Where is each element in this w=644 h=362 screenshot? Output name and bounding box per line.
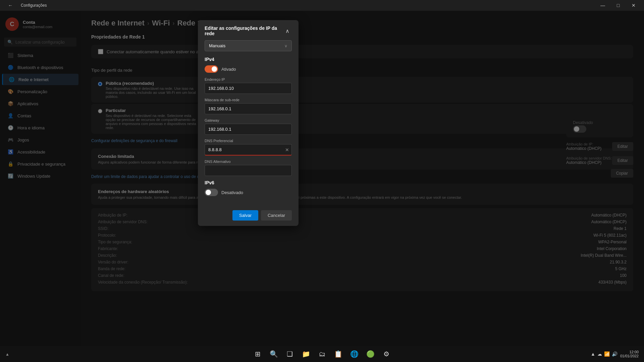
subnet-input[interactable] (205, 103, 292, 114)
taskbar-browser[interactable]: 🌐 (347, 347, 362, 361)
taskbar-center: ⊞ 🔍 ❑ 📁 🗂 📋 🌐 🟢 ⚙ (250, 347, 394, 361)
window-controls: — □ ✕ (595, 0, 641, 11)
save-button[interactable]: Salvar (232, 210, 258, 221)
clock-date: 01/01/2022 (620, 354, 639, 358)
taskbar-store[interactable]: 📋 (331, 347, 345, 361)
subnet-field: Máscara de sub-rede (205, 98, 292, 114)
dialog-title: Editar as configurações de IP da rede (205, 25, 283, 36)
dns-preferred-field: DNS Preferencial ✕ (205, 139, 292, 156)
taskbar-right: ▲ ☁ 📶 🔊 12:00 01/01/2022 (591, 350, 639, 358)
taskbar-cloud-icon[interactable]: ☁ (597, 351, 602, 357)
ipv4-toggle-label: Ativado (221, 67, 236, 72)
dns-preferred-input-wrapper: ✕ (205, 144, 292, 156)
dialog-header: Editar as configurações de IP da rede ∧ (198, 20, 299, 40)
dns-preferred-input[interactable] (205, 144, 292, 156)
ipv4-section: IPv4 Ativado Endereço IP Máscara de sub-… (205, 57, 292, 176)
clock-time: 12:00 (620, 350, 639, 354)
ipv4-title: IPv4 (205, 57, 292, 62)
ipv6-toggle-row: Desativado (205, 189, 292, 196)
dns-alternate-field: DNS Alternativo (205, 160, 292, 176)
taskbar: ▲ ⊞ 🔍 ❑ 📁 🗂 📋 🌐 🟢 ⚙ ▲ ☁ 📶 🔊 12:00 01/01/… (0, 346, 644, 362)
title-bar: ← Configurações — □ ✕ (0, 0, 644, 11)
taskbar-settings[interactable]: ⚙ (379, 347, 394, 361)
chevron-down-icon: ∨ (284, 44, 287, 48)
subnet-label: Máscara de sub-rede (205, 98, 292, 102)
ip-address-label: Endereço IP (205, 77, 292, 81)
taskbar-wifi-icon[interactable]: 📶 (604, 351, 610, 357)
task-view-button[interactable]: ❑ (282, 347, 297, 361)
dialog-overlay (0, 0, 644, 362)
ipv6-toggle[interactable] (205, 189, 218, 196)
window-title: Configurações (21, 3, 47, 8)
cancel-button[interactable]: Cancelar (261, 210, 292, 221)
back-button[interactable]: ← (3, 0, 18, 11)
dns-alternate-label: DNS Alternativo (205, 160, 292, 164)
dialog-footer: Salvar Cancelar (198, 206, 299, 226)
start-button[interactable]: ⊞ (250, 347, 265, 361)
taskbar-left: ▲ (5, 351, 9, 357)
ipv6-toggle-label: Desativado (221, 190, 243, 195)
gateway-label: Gateway (205, 118, 292, 122)
dns-preferred-clear-button[interactable]: ✕ (285, 147, 289, 153)
minimize-button[interactable]: — (595, 0, 610, 11)
taskbar-system-icons: ▲ ☁ 📶 🔊 (591, 351, 618, 357)
taskbar-files[interactable]: 🗂 (315, 347, 329, 361)
ip-address-input[interactable] (205, 83, 292, 94)
ipv4-toggle-row: Ativado (205, 65, 292, 73)
dialog-body: Manuais ∨ IPv4 Ativado Endereço IP Másca… (198, 40, 299, 206)
ip-mode-dropdown[interactable]: Manuais ∨ (205, 40, 292, 51)
close-button[interactable]: ✕ (626, 0, 641, 11)
taskbar-chevron[interactable]: ▲ (5, 352, 9, 357)
taskbar-explorer[interactable]: 📁 (299, 347, 313, 361)
title-bar-left: ← Configurações (3, 0, 47, 11)
dns-preferred-label: DNS Preferencial (205, 139, 292, 143)
gateway-field: Gateway (205, 118, 292, 135)
ip-mode-value: Manuais (209, 43, 225, 48)
dns-alternate-input[interactable] (205, 165, 292, 176)
ipv6-title: IPv6 (205, 180, 292, 185)
maximize-button[interactable]: □ (610, 0, 626, 11)
taskbar-teams[interactable]: 🟢 (363, 347, 378, 361)
taskbar-chevron-icon[interactable]: ▲ (591, 351, 595, 357)
ipv4-toggle[interactable] (205, 65, 218, 73)
taskbar-clock[interactable]: 12:00 01/01/2022 (620, 350, 639, 358)
taskbar-volume-icon[interactable]: 🔊 (612, 351, 618, 357)
ip-address-field: Endereço IP (205, 77, 292, 94)
dialog-close-button[interactable]: ∧ (283, 26, 292, 36)
taskbar-search-button[interactable]: 🔍 (266, 347, 281, 361)
ipv6-section: IPv6 Desativado (205, 180, 292, 196)
ip-settings-dialog: Editar as configurações de IP da rede ∧ … (198, 20, 299, 226)
gateway-input[interactable] (205, 124, 292, 135)
